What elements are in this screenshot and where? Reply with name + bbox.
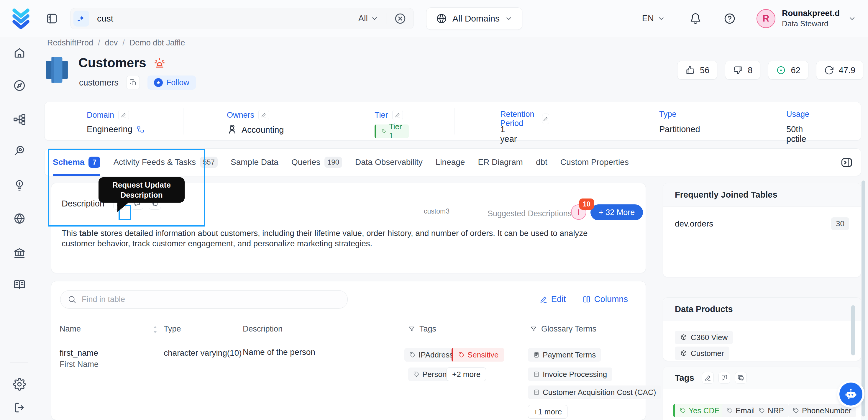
sidebar-toggle-icon[interactable] xyxy=(45,12,58,25)
insights-bulb-icon[interactable] xyxy=(13,179,26,192)
globe-icon xyxy=(436,13,447,24)
search-scope-label: All xyxy=(358,13,368,23)
logout-icon[interactable] xyxy=(13,401,26,414)
edit-table-label: Edit xyxy=(551,294,566,304)
collapse-panel-icon[interactable] xyxy=(840,156,853,169)
pencil-icon xyxy=(395,112,401,118)
pencil-icon xyxy=(704,374,711,381)
more-tags-pill[interactable]: +2 more xyxy=(446,367,486,381)
columns-button[interactable]: Columns xyxy=(583,294,628,304)
column-name[interactable]: first_name xyxy=(60,348,98,358)
description-label: Description xyxy=(62,199,104,209)
explore-compass-icon[interactable] xyxy=(13,79,26,92)
chatbot-button[interactable] xyxy=(839,383,862,406)
glossary-term-pill[interactable]: Invoice Processing xyxy=(528,367,612,381)
edit-owners-button[interactable] xyxy=(258,110,269,120)
refresh-icon xyxy=(824,65,834,75)
edit-tier-button[interactable] xyxy=(392,110,403,120)
tab-queries[interactable]: Queries 190 xyxy=(291,149,342,176)
tab-custom-properties[interactable]: Custom Properties xyxy=(560,149,629,176)
search-scope-dropdown[interactable]: All xyxy=(358,13,378,23)
likes-button[interactable]: 56 xyxy=(677,61,717,80)
follow-button[interactable]: ★ Follow xyxy=(148,76,196,90)
governance-bank-icon[interactable] xyxy=(13,247,26,260)
find-in-table[interactable] xyxy=(60,290,348,308)
find-in-table-input[interactable] xyxy=(82,295,340,304)
breadcrumb-connection[interactable]: RedshiftProd xyxy=(47,38,93,48)
rail-divider xyxy=(10,362,28,362)
frequently-joined-header: Frequently Joined Tables xyxy=(663,183,861,207)
joined-table-item[interactable]: dev.orders xyxy=(675,219,713,229)
tag-pill-phonenumber[interactable]: PhoneNumber xyxy=(788,404,856,417)
clear-search-icon[interactable] xyxy=(394,12,406,25)
tab-activity-badge: 557 xyxy=(200,157,218,168)
search-input[interactable] xyxy=(97,13,358,24)
user-menu-chevron-icon[interactable] xyxy=(848,14,856,23)
tag-icon xyxy=(680,408,686,414)
meta-type-label: Type xyxy=(659,110,677,119)
tag-pill-nrp[interactable]: NRP xyxy=(754,404,789,417)
user-avatar[interactable]: R xyxy=(756,9,775,28)
global-search[interactable]: All xyxy=(70,8,414,29)
glossary-term-pill[interactable]: Payment Terms xyxy=(528,348,601,362)
tab-schema[interactable]: Schema 7 xyxy=(53,149,100,176)
home-icon[interactable] xyxy=(13,46,26,59)
tab-lineage[interactable]: Lineage xyxy=(436,149,465,176)
edit-tags-button[interactable] xyxy=(702,372,714,384)
meta-divider xyxy=(454,108,455,134)
tag-pill-yes-cde[interactable]: Yes CDE xyxy=(673,404,724,417)
tag-pill[interactable]: IPAddress xyxy=(404,348,459,362)
score-button[interactable]: 62 xyxy=(768,61,808,80)
tag-pill-sensitive[interactable]: Sensitive xyxy=(452,348,504,362)
edit-retention-button[interactable] xyxy=(542,114,549,124)
sort-icon[interactable] xyxy=(153,326,158,333)
freshness-button[interactable]: 47.9 xyxy=(816,61,863,80)
filter-funnel-icon[interactable] xyxy=(530,326,537,333)
notifications-bell-icon[interactable] xyxy=(689,12,702,25)
dislikes-button[interactable]: 8 xyxy=(725,61,761,80)
glossary-book-icon[interactable] xyxy=(13,278,26,291)
panel-scrollbar[interactable] xyxy=(851,305,855,355)
edit-table-button[interactable]: Edit xyxy=(539,294,566,304)
more-glossary-pill[interactable]: +1 more xyxy=(528,405,567,419)
data-product-pill[interactable]: C360 View xyxy=(675,331,733,344)
column-header-description[interactable]: Description xyxy=(243,324,283,334)
tags-comments-button[interactable] xyxy=(735,372,747,384)
column-header-type[interactable]: Type xyxy=(164,324,181,334)
data-product-pill[interactable]: Customer xyxy=(675,347,730,360)
tab-activity-feeds[interactable]: Activity Feeds & Tasks 557 xyxy=(113,149,218,176)
column-header-glossary[interactable]: Glossary Terms xyxy=(530,324,596,334)
tab-sample-data[interactable]: Sample Data xyxy=(230,149,278,176)
suggested-count-badge: 10 xyxy=(579,199,594,210)
alert-siren-icon[interactable] xyxy=(153,56,166,69)
lineage-network-icon[interactable] xyxy=(13,113,26,126)
tags-card: Tags Yes CDE Email NRP PhoneNumber xyxy=(663,367,861,420)
column-header-name[interactable]: Name xyxy=(60,324,81,334)
edit-domain-button[interactable] xyxy=(118,110,129,120)
discover-search-icon[interactable] xyxy=(13,144,26,157)
filter-funnel-icon[interactable] xyxy=(408,326,415,333)
tier-badge[interactable]: Tier 1 xyxy=(375,124,409,138)
help-icon[interactable] xyxy=(723,12,736,25)
language-dropdown[interactable]: EN xyxy=(642,13,665,23)
page-scrollbar[interactable] xyxy=(862,181,865,417)
all-domains-dropdown[interactable]: All Domains xyxy=(426,7,522,30)
glossary-term-pill[interactable]: Customer Acquisition Cost (CAC) xyxy=(528,386,661,399)
more-suggestions-button[interactable]: + 32 More xyxy=(590,204,643,220)
tab-data-observability[interactable]: Data Observability xyxy=(355,149,423,176)
meta-owners-value[interactable]: Accounting xyxy=(242,125,284,135)
request-tags-button[interactable] xyxy=(718,372,730,384)
breadcrumb-database[interactable]: Demo dbt Jaffle xyxy=(129,38,185,48)
atlan-logo-icon[interactable] xyxy=(9,7,32,30)
settings-gear-icon[interactable] xyxy=(13,378,26,391)
tab-er-diagram[interactable]: ER Diagram xyxy=(478,149,523,176)
meta-domain-value[interactable]: Engineering xyxy=(87,124,132,134)
meta-type-value: Partitioned xyxy=(659,124,700,134)
copy-name-button[interactable] xyxy=(126,76,140,89)
tag-icon xyxy=(793,408,799,414)
tab-dbt[interactable]: dbt xyxy=(536,149,548,176)
column-header-tags[interactable]: Tags xyxy=(408,324,436,334)
tag-pill-email[interactable]: Email xyxy=(722,404,760,417)
web-globe-icon[interactable] xyxy=(13,212,26,225)
breadcrumb-schema[interactable]: dev xyxy=(105,38,118,48)
